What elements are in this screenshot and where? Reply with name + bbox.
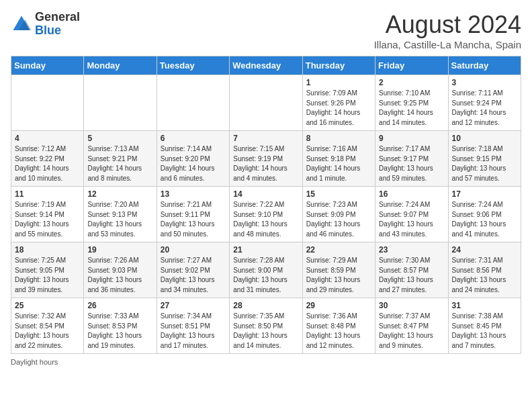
day-number: 24 [452, 245, 517, 255]
calendar-table: SundayMondayTuesdayWednesdayThursdayFrid… [11, 56, 521, 354]
day-number: 6 [161, 134, 226, 143]
calendar-week-1: 1Sunrise: 7:09 AM Sunset: 9:26 PM Daylig… [11, 75, 521, 131]
calendar-cell: 22Sunrise: 7:29 AM Sunset: 8:59 PM Dayli… [302, 242, 375, 298]
calendar-cell [84, 75, 157, 131]
day-number: 7 [233, 134, 298, 143]
header: General Blue August 2024 Illana, Castill… [11, 11, 521, 50]
day-number: 4 [15, 134, 80, 143]
day-info: Sunrise: 7:12 AM Sunset: 9:22 PM Dayligh… [15, 144, 80, 183]
calendar-cell: 1Sunrise: 7:09 AM Sunset: 9:26 PM Daylig… [302, 75, 375, 131]
logo-icon [11, 13, 32, 35]
day-number: 26 [87, 301, 152, 310]
day-number: 19 [87, 245, 152, 255]
footer: Daylight hours [11, 358, 521, 366]
col-header-thursday: Thursday [302, 56, 375, 75]
day-info: Sunrise: 7:20 AM Sunset: 9:13 PM Dayligh… [87, 200, 152, 239]
day-number: 5 [87, 134, 152, 143]
day-number: 17 [452, 189, 517, 199]
calendar-cell: 3Sunrise: 7:11 AM Sunset: 9:24 PM Daylig… [448, 75, 521, 131]
day-info: Sunrise: 7:37 AM Sunset: 8:47 PM Dayligh… [379, 312, 444, 351]
calendar-cell: 31Sunrise: 7:38 AM Sunset: 8:45 PM Dayli… [448, 298, 521, 354]
day-info: Sunrise: 7:10 AM Sunset: 9:25 PM Dayligh… [379, 89, 444, 128]
day-info: Sunrise: 7:17 AM Sunset: 9:17 PM Dayligh… [379, 144, 444, 183]
day-info: Sunrise: 7:26 AM Sunset: 9:03 PM Dayligh… [87, 256, 152, 295]
calendar-cell: 30Sunrise: 7:37 AM Sunset: 8:47 PM Dayli… [375, 298, 448, 354]
day-info: Sunrise: 7:30 AM Sunset: 8:57 PM Dayligh… [379, 256, 444, 295]
day-info: Sunrise: 7:11 AM Sunset: 9:24 PM Dayligh… [452, 89, 517, 128]
calendar-cell: 6Sunrise: 7:14 AM Sunset: 9:20 PM Daylig… [157, 131, 229, 187]
calendar-week-3: 11Sunrise: 7:19 AM Sunset: 9:14 PM Dayli… [11, 187, 521, 242]
calendar-cell: 27Sunrise: 7:34 AM Sunset: 8:51 PM Dayli… [157, 298, 229, 354]
day-number: 22 [306, 245, 371, 255]
day-info: Sunrise: 7:34 AM Sunset: 8:51 PM Dayligh… [161, 312, 226, 351]
day-number: 29 [306, 301, 371, 310]
day-info: Sunrise: 7:33 AM Sunset: 8:53 PM Dayligh… [87, 312, 152, 351]
calendar-week-5: 25Sunrise: 7:32 AM Sunset: 8:54 PM Dayli… [11, 298, 521, 354]
day-number: 1 [306, 78, 371, 87]
day-number: 3 [452, 78, 517, 87]
calendar-cell: 4Sunrise: 7:12 AM Sunset: 9:22 PM Daylig… [11, 131, 84, 187]
day-number: 11 [15, 189, 80, 199]
day-info: Sunrise: 7:38 AM Sunset: 8:45 PM Dayligh… [452, 312, 517, 351]
calendar-cell: 17Sunrise: 7:24 AM Sunset: 9:06 PM Dayli… [448, 187, 521, 242]
calendar-cell: 26Sunrise: 7:33 AM Sunset: 8:53 PM Dayli… [84, 298, 157, 354]
day-number: 21 [233, 245, 298, 255]
calendar-cell: 18Sunrise: 7:25 AM Sunset: 9:05 PM Dayli… [11, 242, 84, 298]
day-number: 20 [161, 245, 226, 255]
calendar-cell: 13Sunrise: 7:21 AM Sunset: 9:11 PM Dayli… [157, 187, 229, 242]
day-number: 9 [379, 134, 444, 143]
calendar-cell: 2Sunrise: 7:10 AM Sunset: 9:25 PM Daylig… [375, 75, 448, 131]
calendar-cell: 24Sunrise: 7:31 AM Sunset: 8:56 PM Dayli… [448, 242, 521, 298]
day-number: 8 [306, 134, 371, 143]
day-info: Sunrise: 7:19 AM Sunset: 9:14 PM Dayligh… [15, 200, 80, 239]
col-header-monday: Monday [84, 56, 157, 75]
day-info: Sunrise: 7:32 AM Sunset: 8:54 PM Dayligh… [15, 312, 80, 351]
calendar-header-row: SundayMondayTuesdayWednesdayThursdayFrid… [11, 56, 521, 75]
day-info: Sunrise: 7:18 AM Sunset: 9:15 PM Dayligh… [452, 144, 517, 183]
logo-blue: Blue [35, 24, 61, 37]
day-info: Sunrise: 7:13 AM Sunset: 9:21 PM Dayligh… [87, 144, 152, 183]
day-number: 31 [452, 301, 517, 310]
calendar-cell [230, 75, 302, 131]
day-number: 25 [15, 301, 80, 310]
calendar-cell: 23Sunrise: 7:30 AM Sunset: 8:57 PM Dayli… [375, 242, 448, 298]
calendar-cell: 28Sunrise: 7:35 AM Sunset: 8:50 PM Dayli… [230, 298, 302, 354]
logo: General Blue [11, 11, 80, 38]
day-info: Sunrise: 7:14 AM Sunset: 9:20 PM Dayligh… [161, 144, 226, 183]
calendar-cell: 19Sunrise: 7:26 AM Sunset: 9:03 PM Dayli… [84, 242, 157, 298]
calendar-cell: 5Sunrise: 7:13 AM Sunset: 9:21 PM Daylig… [84, 131, 157, 187]
calendar-cell: 8Sunrise: 7:16 AM Sunset: 9:18 PM Daylig… [302, 131, 375, 187]
day-info: Sunrise: 7:21 AM Sunset: 9:11 PM Dayligh… [161, 200, 226, 239]
day-info: Sunrise: 7:25 AM Sunset: 9:05 PM Dayligh… [15, 256, 80, 295]
day-number: 10 [452, 134, 517, 143]
calendar-cell: 16Sunrise: 7:24 AM Sunset: 9:07 PM Dayli… [375, 187, 448, 242]
logo-text: General Blue [35, 11, 80, 38]
col-header-sunday: Sunday [11, 56, 84, 75]
day-number: 13 [161, 189, 226, 199]
day-number: 15 [306, 189, 371, 199]
day-info: Sunrise: 7:27 AM Sunset: 9:02 PM Dayligh… [161, 256, 226, 295]
day-info: Sunrise: 7:22 AM Sunset: 9:10 PM Dayligh… [233, 200, 298, 239]
calendar-cell: 12Sunrise: 7:20 AM Sunset: 9:13 PM Dayli… [84, 187, 157, 242]
calendar-cell: 20Sunrise: 7:27 AM Sunset: 9:02 PM Dayli… [157, 242, 229, 298]
calendar-cell: 29Sunrise: 7:36 AM Sunset: 8:48 PM Dayli… [302, 298, 375, 354]
calendar-cell: 10Sunrise: 7:18 AM Sunset: 9:15 PM Dayli… [448, 131, 521, 187]
calendar-week-4: 18Sunrise: 7:25 AM Sunset: 9:05 PM Dayli… [11, 242, 521, 298]
day-info: Sunrise: 7:16 AM Sunset: 9:18 PM Dayligh… [306, 144, 371, 183]
title-area: August 2024 Illana, Castille-La Mancha, … [374, 11, 521, 50]
calendar-cell: 25Sunrise: 7:32 AM Sunset: 8:54 PM Dayli… [11, 298, 84, 354]
day-info: Sunrise: 7:31 AM Sunset: 8:56 PM Dayligh… [452, 256, 517, 295]
month-title: August 2024 [374, 11, 521, 39]
day-number: 23 [379, 245, 444, 255]
day-number: 16 [379, 189, 444, 199]
day-info: Sunrise: 7:15 AM Sunset: 9:19 PM Dayligh… [233, 144, 298, 183]
location-subtitle: Illana, Castille-La Mancha, Spain [374, 39, 521, 50]
col-header-wednesday: Wednesday [230, 56, 302, 75]
day-number: 18 [15, 245, 80, 255]
calendar-cell: 7Sunrise: 7:15 AM Sunset: 9:19 PM Daylig… [230, 131, 302, 187]
day-number: 12 [87, 189, 152, 199]
calendar-week-2: 4Sunrise: 7:12 AM Sunset: 9:22 PM Daylig… [11, 131, 521, 187]
day-info: Sunrise: 7:36 AM Sunset: 8:48 PM Dayligh… [306, 312, 371, 351]
col-header-friday: Friday [375, 56, 448, 75]
day-info: Sunrise: 7:29 AM Sunset: 8:59 PM Dayligh… [306, 256, 371, 295]
